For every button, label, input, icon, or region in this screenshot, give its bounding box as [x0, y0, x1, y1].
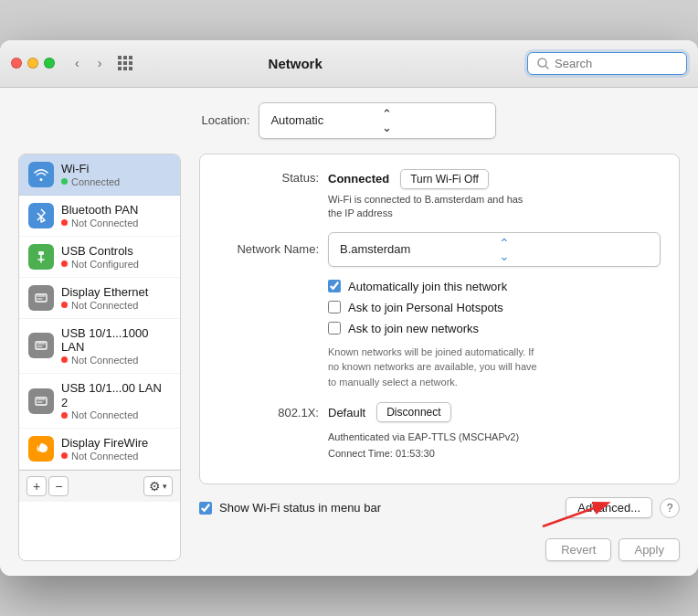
network-name-row: Network Name: B.amsterdam ⌃⌄: [218, 232, 661, 267]
svg-rect-4: [36, 342, 47, 349]
sidebar-item-usb-lan[interactable]: USB 10/1...1000 LAN Not Connected: [19, 319, 180, 374]
usb-controls-name: USB Controls: [61, 244, 171, 259]
show-wifi-checkbox[interactable]: [199, 502, 212, 515]
close-button[interactable]: [11, 58, 22, 69]
wifi-icon: [28, 162, 54, 187]
minimize-button[interactable]: [27, 58, 38, 69]
wifi-status-dot: [61, 178, 68, 185]
status-description: Wi-Fi is connected to B.amsterdam and ha…: [328, 193, 661, 221]
firefire-status-text: Not Connected: [71, 451, 138, 462]
new-networks-row: Ask to join new networks: [328, 322, 661, 335]
dot8021x-label: 802.1X:: [218, 406, 319, 420]
apply-button[interactable]: Apply: [619, 538, 680, 561]
known-networks-note: Known networks will be joined automatica…: [328, 345, 661, 390]
usb-lan2-status-text: Not Connected: [71, 409, 138, 420]
sidebar-item-firefire[interactable]: Display FireWire Not Connected: [19, 429, 180, 470]
svg-rect-3: [36, 294, 47, 302]
firefire-status-dot: [61, 452, 68, 459]
detail-panel: Status: Connected Turn Wi-Fi Off Wi-Fi i…: [181, 154, 680, 561]
firefire-icon: [28, 436, 54, 462]
usb-lan-status: Not Connected: [61, 355, 171, 366]
auto-join-label: Automatically join this network: [348, 280, 507, 293]
auth-info: Authenticated via EAP-TTLS (MSCHAPv2) Co…: [328, 430, 661, 462]
add-network-button[interactable]: +: [26, 476, 47, 496]
auto-join-checkbox[interactable]: [328, 280, 341, 292]
location-select[interactable]: Automatic ⌃⌄: [259, 102, 496, 139]
network-name-select[interactable]: B.amsterdam ⌃⌄: [328, 232, 661, 267]
network-select-arrows-icon: ⌃⌄: [499, 237, 652, 262]
usb-lan-status-dot: [61, 356, 68, 363]
display-eth-name: Display Ethernet: [61, 285, 171, 300]
sidebar-item-display-eth[interactable]: Display Ethernet Not Connected: [19, 278, 180, 319]
auto-join-row: Automatically join this network: [328, 280, 661, 293]
usb-lan2-name: USB 10/1...00 LAN 2: [61, 381, 171, 409]
bluetooth-status: Not Connected: [61, 218, 171, 228]
new-networks-checkbox[interactable]: [328, 322, 341, 335]
detail-body: Status: Connected Turn Wi-Fi Off Wi-Fi i…: [199, 154, 680, 484]
dot8021x-value: Default: [328, 406, 365, 420]
traffic-lights: [11, 58, 55, 69]
maximize-button[interactable]: [44, 58, 55, 69]
sidebar-item-usb-lan2[interactable]: USB 10/1...00 LAN 2 Not Connected: [19, 374, 180, 429]
sidebar-bottom-bar: + − ⚙ ▾: [19, 470, 180, 502]
checkboxes-group: Automatically join this network Ask to j…: [328, 280, 661, 335]
network-sidebar: Wi-Fi Connected Blue: [18, 154, 181, 561]
turn-wifi-off-button[interactable]: Turn Wi-Fi Off: [400, 169, 489, 189]
window-title: Network: [70, 56, 520, 71]
status-line1: Connected Turn Wi-Fi Off: [328, 169, 661, 189]
search-input[interactable]: [555, 57, 677, 70]
usb-lan2-item-text: USB 10/1...00 LAN 2 Not Connected: [61, 381, 171, 420]
firefire-status: Not Connected: [61, 451, 171, 462]
personal-hotspot-label: Ask to join Personal Hotspots: [348, 301, 503, 314]
status-right: Connected Turn Wi-Fi Off Wi-Fi is connec…: [328, 169, 661, 221]
display-eth-status-text: Not Connected: [71, 300, 138, 311]
svg-rect-5: [36, 398, 47, 405]
revert-button[interactable]: Revert: [545, 538, 611, 561]
svg-line-1: [545, 66, 548, 69]
usb-controls-icon: [28, 244, 54, 270]
personal-hotspot-checkbox[interactable]: [328, 301, 341, 313]
dot8021x-row: 802.1X: Default Disconnect: [218, 402, 661, 422]
gear-menu-button[interactable]: ⚙ ▾: [143, 476, 173, 496]
wifi-name: Wi-Fi: [61, 162, 171, 176]
sidebar-item-wifi[interactable]: Wi-Fi Connected: [19, 154, 180, 196]
remove-network-button[interactable]: −: [48, 476, 69, 496]
display-eth-item-text: Display Ethernet Not Connected: [61, 285, 171, 311]
search-box[interactable]: [527, 52, 687, 75]
network-window: ‹ › Network Location: Automat: [0, 40, 698, 576]
firefire-name: Display FireWire: [61, 436, 171, 451]
usb-lan-status-text: Not Connected: [71, 355, 138, 366]
main-panel: Wi-Fi Connected Blue: [18, 154, 680, 561]
bluetooth-status-text: Not Connected: [71, 218, 138, 228]
usb-lan2-status-dot: [61, 412, 68, 419]
display-eth-icon: [28, 285, 54, 311]
network-name-label: Network Name:: [218, 242, 319, 256]
usb-controls-status-dot: [61, 260, 68, 267]
wifi-status-text: Connected: [71, 176, 120, 187]
sidebar-item-usb-controls[interactable]: USB Controls Not Configured: [19, 237, 180, 278]
sidebar-item-bluetooth[interactable]: Bluetooth PAN Not Connected: [19, 196, 180, 237]
location-bar: Location: Automatic ⌃⌄: [18, 102, 680, 139]
status-row: Status: Connected Turn Wi-Fi Off Wi-Fi i…: [218, 169, 661, 221]
bluetooth-status-dot: [61, 219, 68, 226]
bottom-buttons: Revert Apply: [199, 529, 680, 561]
bluetooth-name: Bluetooth PAN: [61, 203, 171, 218]
usb-lan2-status: Not Connected: [61, 409, 171, 420]
content-area: Location: Automatic ⌃⌄: [0, 88, 698, 576]
help-button[interactable]: ?: [660, 498, 680, 518]
gear-chevron-icon: ▾: [163, 482, 167, 491]
disconnect-button[interactable]: Disconnect: [376, 402, 450, 422]
usb-controls-status-text: Not Configured: [71, 259, 139, 270]
personal-hotspot-row: Ask to join Personal Hotspots: [328, 301, 661, 314]
usb-lan2-icon: [28, 388, 54, 414]
network-name-value: B.amsterdam: [340, 242, 493, 256]
status-label: Status:: [218, 169, 319, 185]
usb-controls-status: Not Configured: [61, 259, 171, 270]
new-networks-label: Ask to join new networks: [348, 322, 479, 335]
firefire-item-text: Display FireWire Not Connected: [61, 436, 171, 462]
show-wifi-label: Show Wi-Fi status in menu bar: [219, 501, 558, 515]
location-label: Location:: [202, 113, 250, 127]
red-arrow-icon: [534, 494, 625, 531]
detail-footer: Show Wi-Fi status in menu bar Advanced..…: [199, 497, 680, 561]
wifi-item-text: Wi-Fi Connected: [61, 162, 171, 187]
